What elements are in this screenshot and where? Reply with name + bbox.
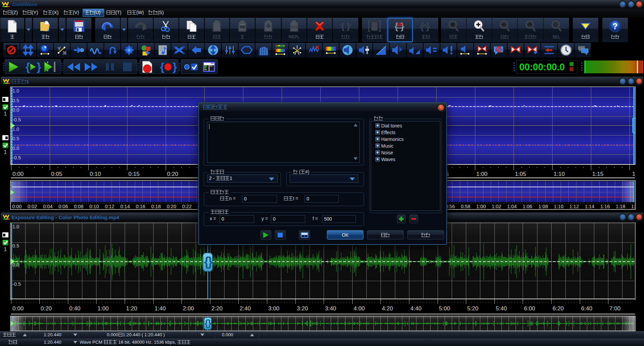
svg-text:123: 123 (397, 22, 403, 27)
svg-text:{: { (341, 21, 345, 31)
svg-text:{x}: {x} (291, 24, 297, 29)
svg-text:?: ? (612, 22, 617, 31)
svg-text:}: } (426, 21, 430, 31)
svg-text:}: } (347, 21, 350, 31)
